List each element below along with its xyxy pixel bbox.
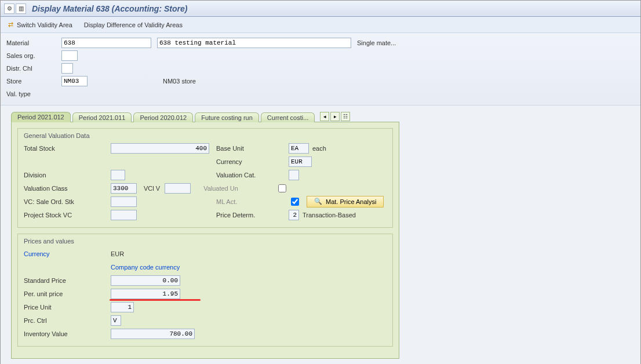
tab-period-2021-011[interactable]: Period 2021.011 <box>72 112 132 122</box>
display-difference-label: Display Difference of Validity Areas <box>84 21 183 28</box>
switch-validity-area-button[interactable]: ⇄ Switch Validity Area <box>6 21 72 29</box>
tab-current-costing[interactable]: Current costi... <box>261 112 315 122</box>
total-stock-label: Total Stock <box>24 145 55 152</box>
page-title: Display Material 638 (Accounting: Store) <box>32 4 187 13</box>
mat-price-analysis-label: Mat. Price Analysi <box>326 198 376 205</box>
valuation-cat-label: Valuation Cat. <box>216 172 256 179</box>
tab-scroll-left-icon[interactable]: ◂ <box>320 112 329 121</box>
vc-sale-ord-stk-label: VC: Sale Ord. Stk <box>24 198 74 205</box>
vcl-v-input[interactable] <box>165 183 191 194</box>
magnifier-icon: 🔍 <box>314 198 322 205</box>
vcl-v-label: VCl V <box>144 185 160 192</box>
toolbar-icon-2[interactable]: ▥ <box>16 3 26 14</box>
distr-chl-input[interactable] <box>61 63 73 74</box>
prices-and-values-title: Prices and values <box>24 238 387 245</box>
title-bar: ⚙ ▥ Display Material 638 (Accounting: St… <box>1 1 640 17</box>
prc-ctrl-input[interactable] <box>111 315 121 326</box>
company-code-currency-link[interactable]: Company code currency <box>111 264 180 271</box>
store-label: Store <box>6 78 61 85</box>
price-unit-label: Price Unit <box>24 304 52 311</box>
app-toolbar: ⇄ Switch Validity Area Display Differenc… <box>1 17 640 33</box>
currency-input[interactable] <box>289 156 312 167</box>
per-unit-price-input[interactable] <box>111 289 180 299</box>
tab-list-icon[interactable]: ☷ <box>341 112 350 121</box>
per-unit-price-label: Per. unit price <box>24 290 63 297</box>
standard-price-label: Standard Price <box>24 277 66 284</box>
vc-sale-ord-stk-input[interactable] <box>111 196 137 207</box>
currency-link[interactable]: Currency <box>24 250 50 257</box>
store-text: NM03 store <box>163 78 196 85</box>
inventory-value-input[interactable] <box>111 329 195 339</box>
organizational-data: Material Single mate... Sales org. Distr… <box>1 33 640 105</box>
tab-future-costing-run[interactable]: Future costing run <box>195 112 259 122</box>
valuated-un-label: Valuated Un <box>203 185 238 192</box>
sales-org-input[interactable] <box>61 50 78 61</box>
inventory-value-label: Inventory Value <box>24 330 68 337</box>
switch-icon: ⇄ <box>6 21 14 29</box>
toolbar-icon-1[interactable]: ⚙ <box>4 3 14 14</box>
tab-period-2021-012[interactable]: Period 2021.012 <box>11 112 71 122</box>
currency-value: EUR <box>111 250 124 257</box>
switch-validity-label: Switch Validity Area <box>17 21 72 28</box>
display-difference-button[interactable]: Display Difference of Validity Areas <box>84 21 183 28</box>
store-input[interactable] <box>61 76 88 86</box>
base-unit-text: each <box>312 145 326 152</box>
division-input[interactable] <box>111 170 125 180</box>
general-valuation-title: General Valuation Data <box>24 132 387 139</box>
price-determ-input[interactable] <box>289 210 299 220</box>
material-input[interactable] <box>61 38 151 48</box>
period-tabstrip: Period 2021.012 Period 2021.011 Period 2… <box>11 111 630 122</box>
total-stock-input[interactable] <box>111 143 209 154</box>
prices-and-values-group: Prices and values Currency EUR Company c… <box>17 234 393 347</box>
valuated-un-checkbox[interactable] <box>278 184 286 192</box>
project-stock-vc-input[interactable] <box>111 210 137 220</box>
base-unit-input[interactable] <box>289 143 309 154</box>
mat-price-analysis-button[interactable]: 🔍 Mat. Price Analysi <box>307 196 384 208</box>
distr-chl-label: Distr. Chl <box>6 65 61 72</box>
general-valuation-group: General Valuation Data Total Stock Base … <box>17 128 393 228</box>
price-determ-label: Price Determ. <box>216 212 255 219</box>
project-stock-vc-label: Project Stock VC <box>24 212 72 219</box>
tab-body: General Valuation Data Total Stock Base … <box>11 122 399 359</box>
division-label: Division <box>24 172 46 179</box>
standard-price-input[interactable] <box>111 275 180 286</box>
currency-label: Currency <box>216 158 242 165</box>
prc-ctrl-label: Prc. Ctrl <box>24 317 47 324</box>
val-type-label: Val. type <box>6 90 61 97</box>
sales-org-label: Sales org. <box>6 52 61 59</box>
valuation-class-label: Valuation Class <box>24 185 68 192</box>
price-unit-input[interactable] <box>111 302 134 312</box>
valuation-class-input[interactable] <box>111 183 137 194</box>
ml-act-checkbox[interactable] <box>291 198 299 206</box>
ml-act-label: ML Act. <box>216 198 237 205</box>
tab-scroll-right-icon[interactable]: ▸ <box>330 112 340 121</box>
price-determ-text: Transaction-Based <box>303 212 356 219</box>
tab-period-2020-012[interactable]: Period 2020.012 <box>133 112 193 122</box>
material-type-text: Single mate... <box>357 39 396 46</box>
base-unit-label: Base Unit <box>216 145 244 152</box>
material-label: Material <box>6 39 61 46</box>
valuation-cat-input[interactable] <box>289 170 299 180</box>
material-description-input[interactable] <box>157 38 351 48</box>
